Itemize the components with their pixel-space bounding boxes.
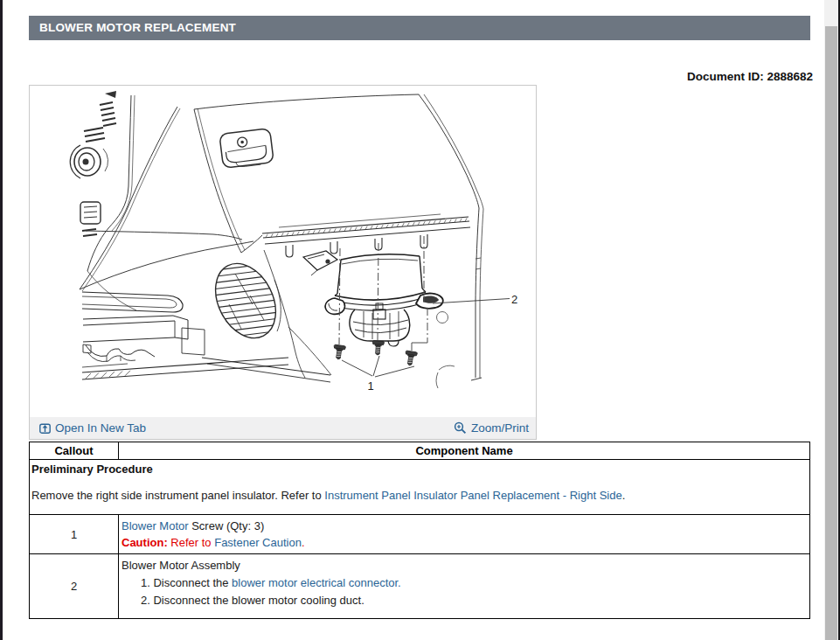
blower-motor-illustration: 1 2 [30, 86, 536, 417]
open-in-new-tab-label: Open In New Tab [55, 421, 146, 435]
caution-label: Caution: [121, 536, 168, 549]
page-title: BLOWER MOTOR REPLACEMENT [39, 21, 236, 34]
section-title-bar: BLOWER MOTOR REPLACEMENT [29, 16, 810, 40]
preliminary-procedure-title: Preliminary Procedure [31, 462, 808, 477]
row-2-step-2: 2. Disconnect the blower motor cooling d… [141, 592, 808, 609]
document-id: Document ID: 2888682 [29, 70, 813, 83]
blower-motor-link[interactable]: Blower Motor [121, 519, 189, 532]
callout-column-header: Callout [30, 442, 119, 460]
component-column-header: Component Name [119, 442, 810, 460]
open-in-new-tab-link[interactable]: Open In New Tab [39, 421, 146, 435]
preliminary-procedure-text: Remove the right side instrument panel i… [31, 488, 808, 503]
row-1-caution: Caution: Refer to Fastener Caution. [121, 534, 808, 551]
figure-callout-2: 2 [511, 293, 517, 306]
window-left-edge [0, 0, 3, 640]
fastener-caution-link[interactable]: Fastener Caution [214, 536, 302, 549]
preliminary-row: Preliminary Procedure Remove the right s… [30, 460, 810, 515]
table-row-1: 1 Blower Motor Screw (Qty: 3) Caution: R… [30, 515, 810, 554]
electrical-connector-link[interactable]: blower motor electrical connector. [232, 576, 401, 589]
scrollbar[interactable] [824, 0, 838, 640]
insulator-replacement-link[interactable]: Instrument Panel Insulator Panel Replace… [324, 489, 621, 502]
zoom-print-label: Zoom/Print [471, 421, 529, 435]
component-table: Callout Component Name Preliminary Proce… [29, 442, 810, 619]
callout-2-cell: 2 [30, 554, 119, 619]
figure-panel: 1 2 [29, 85, 537, 440]
figure-callout-1: 1 [367, 379, 373, 393]
zoom-plus-icon [454, 421, 467, 435]
open-in-new-tab-icon [39, 422, 51, 434]
callout-1-cell: 1 [30, 515, 119, 554]
scrollbar-thumb[interactable] [825, 26, 837, 640]
illustration-svg: 1 2 [30, 86, 536, 417]
zoom-print-link[interactable]: Zoom/Print [454, 421, 529, 435]
row-2-step-1: 1. Disconnect the blower motor electrica… [141, 574, 808, 592]
row-2-component-name: Blower Motor Assembly [121, 557, 808, 574]
table-header-row: Callout Component Name [30, 442, 810, 460]
table-row-2: 2 Blower Motor Assembly 1. Disconnect th… [30, 554, 810, 619]
row-1-component-name: Blower Motor Screw (Qty: 3) [121, 518, 808, 534]
figure-toolbar: Open In New Tab Zoom/Print [30, 417, 536, 439]
